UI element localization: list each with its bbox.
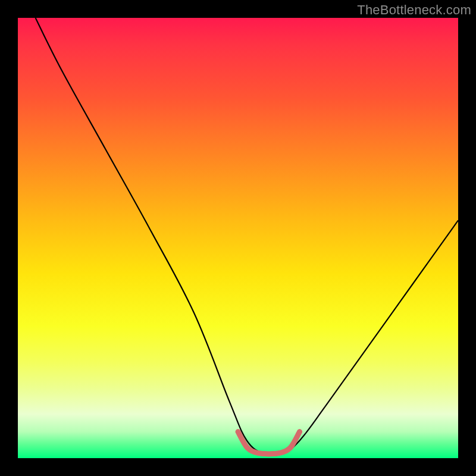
- watermark-text: TheBottleneck.com: [357, 2, 471, 18]
- chart-frame: TheBottleneck.com: [0, 0, 476, 476]
- plot-area: [18, 18, 458, 458]
- curve-svg: [18, 18, 458, 458]
- bottleneck-curve-path: [36, 18, 458, 456]
- valley-marker-path: [238, 432, 300, 454]
